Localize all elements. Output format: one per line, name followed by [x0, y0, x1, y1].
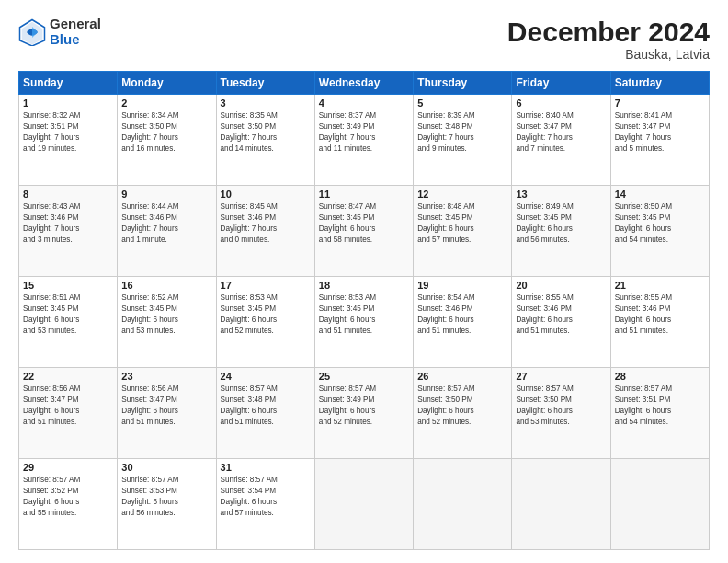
day-info: Sunrise: 8:49 AM Sunset: 3:45 PM Dayligh… — [516, 201, 606, 246]
logo: General Blue — [18, 17, 101, 47]
calendar-cell: 28Sunrise: 8:57 AM Sunset: 3:51 PM Dayli… — [610, 368, 709, 459]
calendar-cell: 8Sunrise: 8:43 AM Sunset: 3:46 PM Daylig… — [19, 186, 118, 277]
weekday-header-sunday: Sunday — [19, 72, 118, 95]
day-info: Sunrise: 8:47 AM Sunset: 3:45 PM Dayligh… — [319, 201, 409, 246]
day-number: 21 — [615, 280, 705, 291]
calendar-cell: 3Sunrise: 8:35 AM Sunset: 3:50 PM Daylig… — [216, 95, 314, 186]
day-info: Sunrise: 8:39 AM Sunset: 3:48 PM Dayligh… — [417, 110, 507, 155]
day-number: 6 — [516, 98, 606, 109]
day-number: 17 — [221, 280, 311, 291]
calendar-cell: 5Sunrise: 8:39 AM Sunset: 3:48 PM Daylig… — [414, 95, 512, 186]
week-row-4: 22Sunrise: 8:56 AM Sunset: 3:47 PM Dayli… — [19, 368, 710, 459]
day-info: Sunrise: 8:43 AM Sunset: 3:46 PM Dayligh… — [23, 201, 113, 246]
day-info: Sunrise: 8:57 AM Sunset: 3:51 PM Dayligh… — [615, 384, 705, 428]
day-info: Sunrise: 8:53 AM Sunset: 3:45 PM Dayligh… — [319, 293, 409, 337]
day-info: Sunrise: 8:48 AM Sunset: 3:45 PM Dayligh… — [417, 201, 507, 246]
weekday-header-wednesday: Wednesday — [314, 72, 413, 95]
day-number: 7 — [615, 98, 705, 109]
day-info: Sunrise: 8:57 AM Sunset: 3:50 PM Dayligh… — [516, 384, 606, 428]
day-number: 24 — [221, 371, 311, 382]
day-info: Sunrise: 8:55 AM Sunset: 3:46 PM Dayligh… — [615, 293, 705, 337]
day-info: Sunrise: 8:50 AM Sunset: 3:45 PM Dayligh… — [615, 201, 705, 246]
calendar-cell: 10Sunrise: 8:45 AM Sunset: 3:46 PM Dayli… — [216, 186, 314, 277]
page: General Blue December 2024 Bauska, Latvi… — [0, 0, 728, 563]
day-info: Sunrise: 8:45 AM Sunset: 3:46 PM Dayligh… — [221, 201, 311, 246]
calendar-cell: 2Sunrise: 8:34 AM Sunset: 3:50 PM Daylig… — [118, 95, 216, 186]
weekday-header-friday: Friday — [512, 72, 610, 95]
calendar-cell: 26Sunrise: 8:57 AM Sunset: 3:50 PM Dayli… — [414, 368, 512, 459]
day-info: Sunrise: 8:35 AM Sunset: 3:50 PM Dayligh… — [221, 110, 311, 155]
day-number: 14 — [615, 189, 705, 200]
day-number: 22 — [23, 371, 113, 382]
weekday-header-thursday: Thursday — [414, 72, 512, 95]
day-number: 9 — [121, 189, 211, 200]
day-number: 26 — [417, 371, 507, 382]
day-info: Sunrise: 8:57 AM Sunset: 3:49 PM Dayligh… — [319, 384, 409, 428]
calendar-cell: 6Sunrise: 8:40 AM Sunset: 3:47 PM Daylig… — [512, 95, 610, 186]
day-info: Sunrise: 8:37 AM Sunset: 3:49 PM Dayligh… — [319, 110, 409, 155]
day-number: 20 — [516, 280, 606, 291]
week-row-2: 8Sunrise: 8:43 AM Sunset: 3:46 PM Daylig… — [19, 186, 710, 277]
calendar-cell: 29Sunrise: 8:57 AM Sunset: 3:52 PM Dayli… — [19, 459, 118, 550]
calendar-cell: 18Sunrise: 8:53 AM Sunset: 3:45 PM Dayli… — [314, 277, 413, 368]
day-number: 19 — [417, 280, 507, 291]
calendar-cell: 30Sunrise: 8:57 AM Sunset: 3:53 PM Dayli… — [118, 459, 216, 550]
day-info: Sunrise: 8:55 AM Sunset: 3:46 PM Dayligh… — [516, 293, 606, 337]
calendar-cell: 25Sunrise: 8:57 AM Sunset: 3:49 PM Dayli… — [314, 368, 413, 459]
day-number: 16 — [121, 280, 211, 291]
week-row-5: 29Sunrise: 8:57 AM Sunset: 3:52 PM Dayli… — [19, 459, 710, 550]
calendar-cell: 16Sunrise: 8:52 AM Sunset: 3:45 PM Dayli… — [118, 277, 216, 368]
day-info: Sunrise: 8:53 AM Sunset: 3:45 PM Dayligh… — [221, 293, 311, 337]
day-info: Sunrise: 8:57 AM Sunset: 3:54 PM Dayligh… — [221, 475, 311, 519]
day-info: Sunrise: 8:57 AM Sunset: 3:52 PM Dayligh… — [23, 475, 113, 519]
day-number: 30 — [121, 462, 211, 473]
day-info: Sunrise: 8:57 AM Sunset: 3:53 PM Dayligh… — [121, 475, 211, 519]
calendar-cell: 14Sunrise: 8:50 AM Sunset: 3:45 PM Dayli… — [610, 186, 709, 277]
calendar-cell: 24Sunrise: 8:57 AM Sunset: 3:48 PM Dayli… — [216, 368, 314, 459]
calendar-cell: 4Sunrise: 8:37 AM Sunset: 3:49 PM Daylig… — [314, 95, 413, 186]
calendar-cell: 9Sunrise: 8:44 AM Sunset: 3:46 PM Daylig… — [118, 186, 216, 277]
day-number: 13 — [516, 189, 606, 200]
day-number: 1 — [23, 98, 113, 109]
day-info: Sunrise: 8:41 AM Sunset: 3:47 PM Dayligh… — [615, 110, 705, 155]
calendar-cell — [610, 459, 709, 550]
calendar-cell: 15Sunrise: 8:51 AM Sunset: 3:45 PM Dayli… — [19, 277, 118, 368]
weekday-header-tuesday: Tuesday — [216, 72, 314, 95]
day-number: 15 — [23, 280, 113, 291]
day-info: Sunrise: 8:40 AM Sunset: 3:47 PM Dayligh… — [516, 110, 606, 155]
week-row-3: 15Sunrise: 8:51 AM Sunset: 3:45 PM Dayli… — [19, 277, 710, 368]
day-number: 2 — [121, 98, 211, 109]
calendar-cell: 27Sunrise: 8:57 AM Sunset: 3:50 PM Dayli… — [512, 368, 610, 459]
day-number: 31 — [221, 462, 311, 473]
calendar-cell — [314, 459, 413, 550]
calendar-cell: 13Sunrise: 8:49 AM Sunset: 3:45 PM Dayli… — [512, 186, 610, 277]
day-info: Sunrise: 8:54 AM Sunset: 3:46 PM Dayligh… — [417, 293, 507, 337]
day-number: 29 — [23, 462, 113, 473]
day-info: Sunrise: 8:52 AM Sunset: 3:45 PM Dayligh… — [121, 293, 211, 337]
day-number: 10 — [221, 189, 311, 200]
day-number: 23 — [121, 371, 211, 382]
calendar-cell: 17Sunrise: 8:53 AM Sunset: 3:45 PM Dayli… — [216, 277, 314, 368]
title-block: December 2024 Bauska, Latvia — [507, 17, 710, 62]
calendar-cell: 19Sunrise: 8:54 AM Sunset: 3:46 PM Dayli… — [414, 277, 512, 368]
subtitle: Bauska, Latvia — [507, 47, 710, 62]
day-number: 27 — [516, 371, 606, 382]
logo-icon — [18, 18, 46, 46]
calendar-cell: 31Sunrise: 8:57 AM Sunset: 3:54 PM Dayli… — [216, 459, 314, 550]
calendar-cell: 22Sunrise: 8:56 AM Sunset: 3:47 PM Dayli… — [19, 368, 118, 459]
calendar-cell: 7Sunrise: 8:41 AM Sunset: 3:47 PM Daylig… — [610, 95, 709, 186]
calendar-cell — [414, 459, 512, 550]
main-title: December 2024 — [507, 17, 710, 47]
calendar-cell: 21Sunrise: 8:55 AM Sunset: 3:46 PM Dayli… — [610, 277, 709, 368]
day-number: 8 — [23, 189, 113, 200]
day-number: 18 — [319, 280, 409, 291]
calendar-cell: 11Sunrise: 8:47 AM Sunset: 3:45 PM Dayli… — [314, 186, 413, 277]
day-number: 5 — [417, 98, 507, 109]
calendar-cell: 20Sunrise: 8:55 AM Sunset: 3:46 PM Dayli… — [512, 277, 610, 368]
day-number: 12 — [417, 189, 507, 200]
day-number: 28 — [615, 371, 705, 382]
day-info: Sunrise: 8:32 AM Sunset: 3:51 PM Dayligh… — [23, 110, 113, 155]
calendar-cell: 12Sunrise: 8:48 AM Sunset: 3:45 PM Dayli… — [414, 186, 512, 277]
calendar-cell: 23Sunrise: 8:56 AM Sunset: 3:47 PM Dayli… — [118, 368, 216, 459]
weekday-header-saturday: Saturday — [610, 72, 709, 95]
